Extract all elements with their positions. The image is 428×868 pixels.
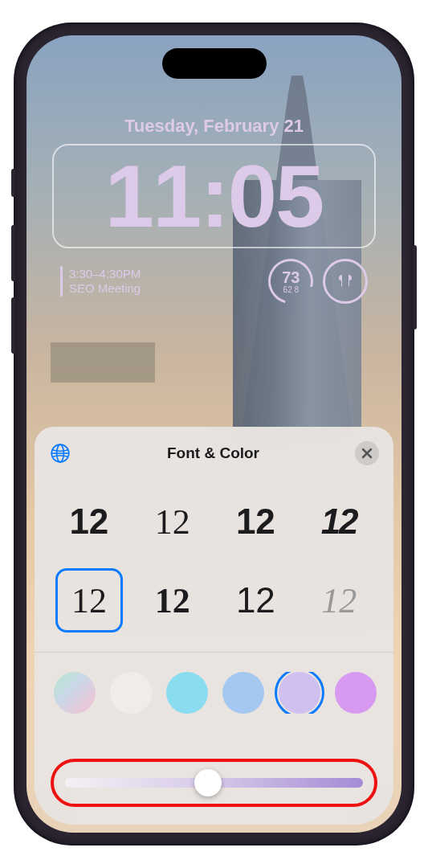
font-option-4[interactable]: 12 (55, 568, 123, 633)
font-color-panel: Font & Color 12 12 12 12 12 12 12 12 (35, 427, 393, 825)
widget-row[interactable]: 3:30–4:30PM SEO Meeting 73 62 8 (60, 259, 368, 304)
lockscreen-date[interactable]: Tuesday, February 21 (26, 116, 402, 137)
globe-icon (50, 443, 71, 464)
phone-frame: Tuesday, February 21 11:05 3:30–4:30PM S… (15, 24, 413, 844)
color-swatch-2[interactable] (166, 672, 208, 714)
slider-thumb[interactable] (194, 769, 222, 796)
calendar-bar-icon (60, 266, 63, 297)
color-swatch-1[interactable] (110, 672, 152, 714)
close-button[interactable] (355, 441, 379, 465)
volume-down-button (11, 297, 15, 354)
power-button (413, 245, 417, 330)
color-row (49, 672, 379, 714)
font-option-1[interactable]: 12 (139, 489, 206, 554)
font-option-2[interactable]: 12 (222, 489, 290, 554)
clock-time: 11:05 (105, 152, 323, 240)
font-option-7[interactable]: 12 (305, 568, 373, 633)
calendar-event: SEO Meeting (69, 281, 141, 296)
airpods-icon (336, 272, 355, 291)
calendar-widget[interactable]: 3:30–4:30PM SEO Meeting (60, 266, 259, 297)
mute-switch (11, 169, 15, 197)
close-icon (361, 448, 373, 459)
weather-ring-icon: 73 62 8 (260, 251, 321, 312)
color-swatch-4[interactable] (279, 672, 320, 714)
volume-up-button (11, 225, 15, 281)
weather-widget[interactable]: 73 62 8 (268, 259, 313, 304)
slider-callout (51, 759, 377, 807)
clock-widget[interactable]: 11:05 (52, 144, 376, 248)
color-swatch-3[interactable] (222, 672, 264, 714)
saturation-slider[interactable] (65, 778, 363, 788)
font-grid: 12 12 12 12 12 12 12 12 (49, 489, 379, 633)
screen: Tuesday, February 21 11:05 3:30–4:30PM S… (26, 35, 402, 833)
color-swatch-5[interactable] (335, 672, 377, 714)
calendar-time: 3:30–4:30PM (69, 267, 141, 281)
font-option-5[interactable]: 12 (139, 568, 206, 633)
weather-temp: 73 (282, 269, 300, 285)
divider (35, 652, 393, 653)
font-option-3[interactable]: 12 (305, 489, 373, 554)
wallpaper-building (51, 342, 155, 383)
language-button[interactable] (49, 442, 71, 465)
dynamic-island (162, 48, 267, 79)
airpods-widget[interactable] (323, 259, 368, 304)
font-option-6[interactable]: 12 (222, 568, 290, 633)
font-option-0[interactable]: 12 (55, 489, 123, 554)
color-swatch-0[interactable] (54, 672, 96, 714)
panel-title: Font & Color (167, 444, 259, 462)
panel-header: Font & Color (49, 441, 379, 465)
